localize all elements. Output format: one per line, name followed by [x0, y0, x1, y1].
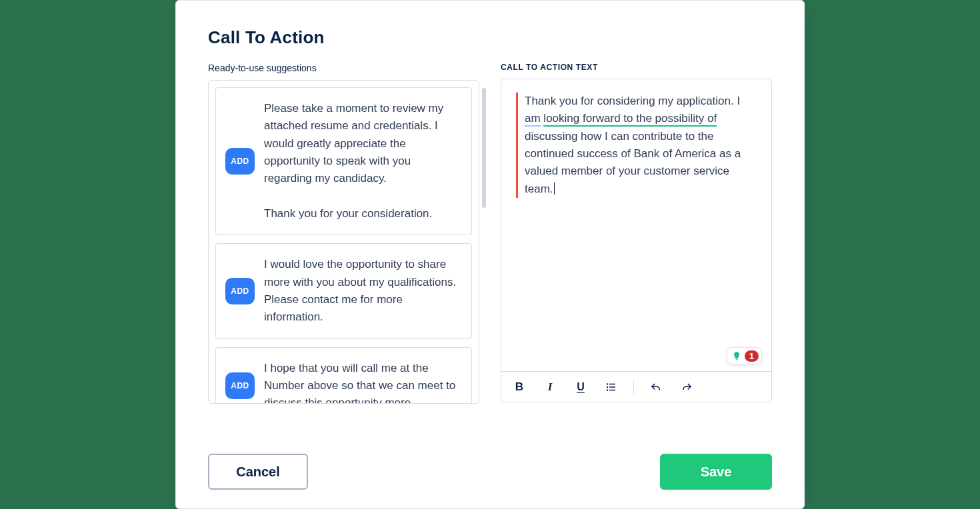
- modal-footer: Cancel Save: [208, 454, 772, 490]
- bullet-list-button[interactable]: [603, 378, 620, 396]
- svg-rect-6: [609, 389, 615, 390]
- suggestions-column: Ready-to-use suggestions ADD Please take…: [208, 63, 479, 434]
- call-to-action-modal: Call To Action Ready-to-use suggestions …: [175, 0, 805, 509]
- grammar-badge[interactable]: 1: [727, 347, 762, 364]
- suggestions-scrollbar[interactable]: [482, 88, 486, 208]
- editor-body[interactable]: Thank you for considering my application…: [501, 79, 771, 371]
- toolbar-separator: [633, 380, 634, 394]
- text-caret: [554, 183, 555, 195]
- add-suggestion-button[interactable]: ADD: [225, 148, 255, 175]
- grammar-error-count: 1: [745, 350, 759, 362]
- svg-point-3: [607, 386, 608, 387]
- add-suggestion-button[interactable]: ADD: [225, 372, 255, 399]
- suggestions-wrap: ADD Please take a moment to review my at…: [208, 80, 479, 434]
- bold-button[interactable]: B: [511, 378, 528, 396]
- suggestions-label: Ready-to-use suggestions: [208, 63, 479, 73]
- undo-button[interactable]: [647, 378, 665, 396]
- columns: Ready-to-use suggestions ADD Please take…: [208, 63, 772, 434]
- suggestions-panel[interactable]: ADD Please take a moment to review my at…: [208, 80, 479, 404]
- lightbulb-icon: [730, 349, 743, 362]
- text-segment: Thank you for considering my application…: [525, 95, 740, 107]
- text-segment: discussing how I can contribute to the c…: [525, 130, 741, 195]
- italic-button[interactable]: I: [541, 378, 559, 396]
- suggestion-text: I would love the opportunity to share mo…: [264, 256, 461, 326]
- add-suggestion-button[interactable]: ADD: [225, 278, 255, 304]
- editor-paragraph[interactable]: Thank you for considering my application…: [516, 93, 757, 198]
- grammar-underline-green[interactable]: looking forward to the possibility of: [543, 112, 717, 127]
- svg-rect-0: [735, 359, 737, 360]
- modal-title: Call To Action: [208, 27, 772, 48]
- svg-point-1: [607, 383, 608, 384]
- svg-rect-2: [609, 383, 615, 384]
- save-button[interactable]: Save: [660, 454, 772, 490]
- cancel-button[interactable]: Cancel: [208, 454, 308, 490]
- editor-toolbar: B I U: [501, 371, 771, 402]
- redo-button[interactable]: [678, 378, 695, 396]
- svg-rect-4: [609, 386, 615, 388]
- suggestion-card: ADD Please take a moment to review my at…: [215, 87, 472, 235]
- editor-column: CALL TO ACTION TEXT Thank you for consid…: [501, 63, 772, 434]
- suggestion-text: Please take a moment to review my attach…: [264, 100, 461, 223]
- svg-point-5: [607, 389, 608, 390]
- suggestion-card: ADD I would love the opportunity to shar…: [215, 243, 472, 338]
- suggestion-card: ADD I hope that you will call me at the …: [215, 347, 472, 404]
- underline-button[interactable]: U: [572, 378, 589, 396]
- suggestion-text: I hope that you will call me at the Numb…: [264, 360, 461, 404]
- editor-label: CALL TO ACTION TEXT: [501, 63, 772, 72]
- cta-editor: Thank you for considering my application…: [501, 79, 772, 402]
- grammar-underline-blue[interactable]: am: [525, 112, 541, 127]
